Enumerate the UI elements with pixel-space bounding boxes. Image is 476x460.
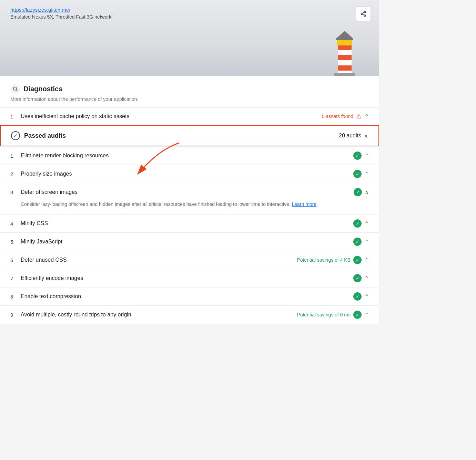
item-name: Uses inefficient cache policy on static …	[21, 113, 322, 119]
svg-point-13	[13, 87, 17, 90]
expand-icon[interactable]: ⌃	[364, 153, 369, 159]
item-number: 3	[10, 189, 21, 195]
pass-icon: ✓	[353, 292, 362, 301]
item-number: 4	[10, 221, 21, 227]
svg-rect-9	[337, 39, 352, 45]
expand-icon[interactable]: ⌃	[364, 220, 369, 227]
svg-marker-11	[336, 31, 353, 39]
audit-item-9: 9 Avoid multiple, costly round trips to …	[0, 305, 379, 324]
warning-icon: ⚠	[356, 113, 362, 120]
item-meta: ✓ ⌃	[353, 219, 369, 228]
item-number: 9	[10, 312, 21, 318]
item-number: 5	[10, 239, 21, 245]
assets-found-badge: 5 assets found	[322, 114, 353, 119]
svg-rect-12	[334, 73, 355, 76]
svg-rect-6	[338, 45, 352, 50]
lighthouse-logo	[331, 31, 358, 76]
passed-checkmark-icon: ✓	[11, 131, 20, 140]
main-content: Diagnostics More information about the p…	[0, 76, 379, 324]
item-meta: Potential savings of 4 KB ✓ ⌃	[297, 256, 369, 264]
diagnostics-icon	[10, 84, 20, 94]
item-meta: Potential savings of 0 ms ✓ ⌃	[297, 311, 369, 319]
audit-item-6: 6 Defer unused CSS Potential savings of …	[0, 251, 379, 269]
item-name: Minify JavaScript	[21, 239, 353, 245]
audit-item-1: 1 Eliminate render-blocking resources ✓ …	[0, 146, 379, 165]
expand-icon[interactable]: ⌃	[364, 113, 369, 120]
item-number: 2	[10, 171, 21, 177]
svg-line-3	[362, 14, 364, 15]
savings-badge: Potential savings of 4 KB	[297, 257, 351, 263]
expand-icon[interactable]: ⌃	[364, 312, 369, 318]
pass-icon: ✓	[353, 151, 362, 160]
audit-item-8: 8 Enable text compression ✓ ⌃	[0, 287, 379, 305]
audit-item-4: 4 Minify CSS ✓ ⌃	[0, 214, 379, 232]
audit-item-7: 7 Efficiently encode images ✓ ⌃	[0, 269, 379, 287]
item-meta: ✓ ∧	[354, 188, 369, 196]
collapse-icon[interactable]: ∧	[365, 189, 369, 196]
item-number: 7	[10, 275, 21, 281]
svg-line-14	[16, 90, 18, 91]
audit-item-row: 3 Defer offscreen images ✓ ∧	[10, 188, 369, 196]
diagnostics-subtitle: More information about the performance o…	[0, 96, 379, 107]
learn-more-link[interactable]: Learn more	[292, 201, 317, 207]
item-meta: ✓ ⌃	[353, 151, 369, 160]
expand-icon[interactable]: ⌃	[364, 293, 369, 300]
item-meta: ✓ ⌃	[353, 170, 369, 178]
passed-audits-count: 20 audits ∧	[339, 133, 368, 139]
expanded-description: Consider lazy-loading offscreen and hidd…	[21, 201, 291, 207]
item-number: 8	[10, 294, 21, 300]
diagnostics-header: Diagnostics	[0, 76, 379, 96]
item-name: Defer unused CSS	[21, 257, 297, 263]
pass-icon: ✓	[354, 188, 362, 196]
pass-icon: ✓	[353, 311, 362, 319]
svg-line-4	[362, 12, 364, 13]
collapse-icon[interactable]: ∧	[364, 133, 368, 139]
item-number: 6	[10, 257, 21, 263]
page-url[interactable]: https://lazysizes.glitch.me/	[10, 7, 369, 13]
pass-icon: ✓	[353, 256, 362, 264]
pass-icon: ✓	[353, 170, 362, 178]
item-number: 1	[10, 153, 21, 159]
item-name: Eliminate render-blocking resources	[21, 153, 353, 159]
audit-item-3: 3 Defer offscreen images ✓ ∧ Consider la…	[0, 183, 379, 214]
header-area: https://lazysizes.glitch.me/ Emulated Ne…	[0, 0, 379, 76]
item-meta: ✓ ⌃	[353, 238, 369, 246]
share-button[interactable]	[356, 6, 371, 21]
pass-icon: ✓	[353, 238, 362, 246]
expand-icon[interactable]: ⌃	[364, 275, 369, 282]
svg-rect-8	[338, 65, 352, 71]
pass-icon: ✓	[353, 219, 362, 228]
audit-item-2: 2 Properly size images ✓ ⌃	[0, 165, 379, 183]
item-meta: ✓ ⌃	[353, 274, 369, 282]
diagnostics-item-1: 1 Uses inefficient cache policy on stati…	[0, 107, 379, 125]
expand-icon[interactable]: ⌃	[364, 171, 369, 177]
expand-icon[interactable]: ⌃	[364, 257, 369, 263]
item-name: Properly size images	[21, 171, 353, 177]
passed-audits-header[interactable]: ✓ Passed audits 20 audits ∧	[0, 125, 379, 146]
audit-expanded-content: Consider lazy-loading offscreen and hidd…	[10, 196, 369, 209]
item-name: Defer offscreen images	[21, 189, 354, 195]
item-name: Avoid multiple, costly round trips to an…	[21, 312, 297, 318]
item-number: 1	[10, 114, 21, 119]
audit-list: 1 Eliminate render-blocking resources ✓ …	[0, 146, 379, 324]
header-subtitle: Emulated Nexus 5X, Throttled Fast 3G net…	[10, 14, 369, 20]
item-meta: ✓ ⌃	[353, 292, 369, 301]
pass-icon: ✓	[353, 274, 362, 282]
item-meta: 5 assets found ⚠ ⌃	[322, 113, 369, 120]
item-name: Efficiently encode images	[21, 275, 353, 281]
item-name: Minify CSS	[21, 220, 353, 227]
savings-badge: Potential savings of 0 ms	[297, 312, 351, 317]
item-name: Enable text compression	[21, 293, 353, 300]
passed-audits-title: Passed audits	[24, 132, 66, 139]
expand-icon[interactable]: ⌃	[364, 239, 369, 245]
diagnostics-title: Diagnostics	[23, 85, 62, 93]
svg-rect-7	[338, 55, 352, 60]
audit-item-5: 5 Minify JavaScript ✓ ⌃	[0, 232, 379, 251]
